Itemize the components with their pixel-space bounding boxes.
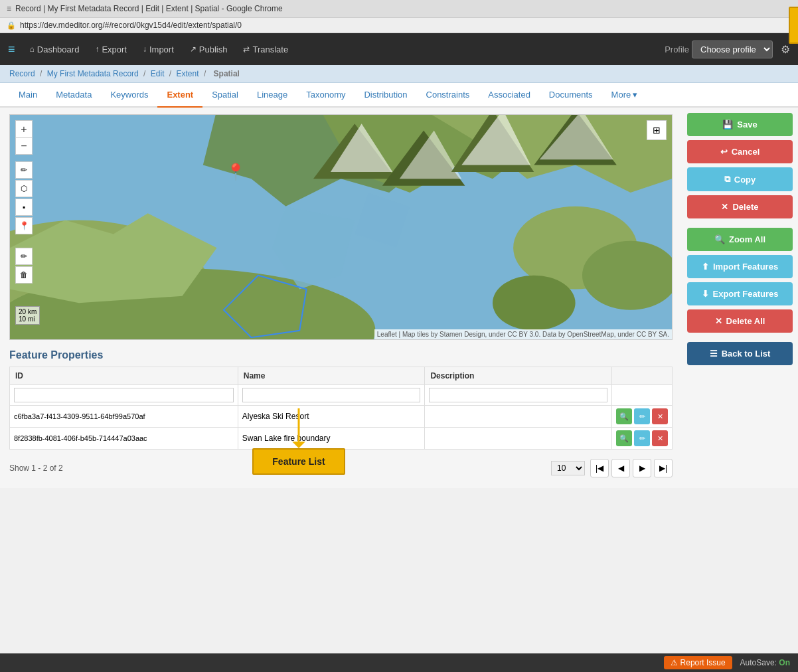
back-to-list-button[interactable]: ☰ Back to List — [687, 342, 793, 365]
warning-icon: ⚠ — [671, 658, 678, 667]
import-icon: ↓ — [143, 44, 147, 54]
cancel-button[interactable]: ↩ Cancel — [687, 140, 793, 163]
row2-id: 8f2838fb-4081-406f-b45b-714447a03aac — [10, 428, 238, 450]
feature-table: ID Name Description — [9, 367, 673, 450]
map-marker: 📍 — [226, 163, 246, 181]
right-panel: 💾 Save ↩ Cancel ⧉ Copy ✕ Delete 🔍 Zoom A… — [682, 108, 798, 488]
zoom-all-icon: 🔍 — [714, 234, 725, 244]
breadcrumb-extent[interactable]: Extent — [177, 69, 199, 78]
export-features-button[interactable]: ⬇ Export Features — [687, 282, 793, 305]
import-button[interactable]: ↓ Import — [136, 41, 181, 58]
settings-icon[interactable]: ⚙ — [781, 43, 790, 56]
row1-delete-button[interactable]: ✕ — [652, 408, 668, 424]
cancel-icon: ↩ — [720, 147, 728, 157]
import-features-icon: ⬆ — [702, 262, 709, 272]
filter-row — [10, 385, 673, 406]
draw-rect-button[interactable]: ▪ — [15, 199, 33, 216]
map-zoom-controls: + − — [15, 120, 33, 155]
save-icon: 💾 — [722, 120, 733, 129]
report-issue-button[interactable]: ⚠ Report Issue — [664, 656, 732, 669]
delete-all-icon: ✕ — [715, 316, 722, 326]
page-prev-button[interactable]: ◀ — [611, 459, 630, 477]
row1-id: c6fba3a7-f413-4309-9511-64bf99a570af — [10, 406, 238, 428]
annotation-feature-list: Feature List — [252, 448, 345, 475]
annotation-import-export: Import & Export Feature Buttons — [789, 7, 798, 44]
translate-icon: ⇄ — [243, 44, 250, 54]
save-button[interactable]: 💾 Save — [687, 113, 793, 136]
translate-button[interactable]: ⇄ Translate — [236, 41, 295, 58]
publish-button[interactable]: ↗ Publish — [183, 41, 234, 58]
list-icon: ☰ — [710, 349, 718, 359]
breadcrumb-edit[interactable]: Edit — [151, 69, 165, 78]
delete-all-button[interactable]: ✕ Delete All — [687, 309, 793, 333]
delete-button[interactable]: ✕ Delete — [687, 195, 793, 218]
map-scale: 20 km 10 mi — [15, 306, 40, 325]
map-container: + − ✏ ⬡ ▪ 📍 ✏ 🗑 ⊞ 📍 — [9, 114, 673, 340]
zoom-out-button[interactable]: − — [15, 137, 33, 155]
svg-point-17 — [493, 276, 576, 331]
tab-taxonomy[interactable]: Taxonomy — [297, 83, 355, 108]
browser-tab-title: Record | My First Metadata Record | Edit… — [15, 4, 283, 13]
import-features-button[interactable]: ⬆ Import Features — [687, 255, 793, 278]
svg-marker-24 — [292, 442, 305, 448]
row2-delete-button[interactable]: ✕ — [652, 430, 668, 446]
col-actions — [612, 367, 673, 385]
table-row: 8f2838fb-4081-406f-b45b-714447a03aac Swa… — [10, 428, 673, 450]
tab-nav: Main Metadata Keywords Extent Spatial Li… — [0, 83, 798, 108]
brand-icon: ≡ — [8, 42, 15, 56]
dashboard-button[interactable]: ⌂ Dashboard — [23, 41, 86, 58]
page-last-button[interactable]: ▶| — [654, 459, 673, 477]
tab-keywords[interactable]: Keywords — [101, 83, 157, 108]
map-draw-controls: ✏ ⬡ ▪ 📍 — [15, 161, 33, 234]
map-edit-controls: ✏ 🗑 — [15, 248, 33, 284]
zoom-in-button[interactable]: + — [15, 120, 33, 137]
tab-lineage[interactable]: Lineage — [248, 83, 297, 108]
address-bar[interactable]: https://dev.mdeditor.org/#/record/0kgv15… — [20, 21, 242, 30]
tab-main[interactable]: Main — [9, 83, 46, 108]
tab-extent[interactable]: Extent — [157, 83, 202, 108]
page-next-button[interactable]: ▶ — [633, 459, 651, 477]
draw-line-button[interactable]: ✏ — [15, 161, 33, 179]
navbar: ≡ ⌂ Dashboard ↑ Export ↓ Import ↗ Publis… — [0, 33, 798, 65]
row2-edit-button[interactable]: ✏ — [634, 430, 650, 446]
copy-button[interactable]: ⧉ Copy — [687, 167, 793, 191]
autosave-status: AutoSave: On — [740, 658, 790, 667]
tab-more[interactable]: More ▾ — [602, 83, 647, 108]
page-size-select[interactable]: 10 25 50 100 — [551, 461, 585, 475]
copy-icon: ⧉ — [724, 174, 730, 185]
row2-zoom-button[interactable]: 🔍 — [616, 430, 632, 446]
tab-distribution[interactable]: Distribution — [355, 83, 416, 108]
export-button[interactable]: ↑ Export — [88, 41, 133, 58]
page-first-button[interactable]: |◀ — [590, 459, 609, 477]
feature-properties-title: Feature Properties — [9, 349, 673, 361]
profile-select[interactable]: Choose profile — [692, 41, 773, 58]
tab-documents[interactable]: Documents — [540, 83, 602, 108]
publish-icon: ↗ — [190, 44, 197, 54]
tab-constraints[interactable]: Constraints — [417, 83, 479, 108]
delete-feature-button[interactable]: 🗑 — [15, 266, 33, 284]
row1-zoom-button[interactable]: 🔍 — [616, 408, 632, 424]
breadcrumb: Record / My First Metadata Record / Edit… — [0, 65, 798, 83]
zoom-all-button[interactable]: 🔍 Zoom All — [687, 228, 793, 251]
row1-name: Alyeska Ski Resort — [238, 406, 425, 428]
draw-point-button[interactable]: 📍 — [15, 217, 33, 234]
main-content: + − ✏ ⬡ ▪ 📍 ✏ 🗑 ⊞ 📍 — [0, 108, 798, 488]
map-svg — [10, 115, 672, 339]
tab-associated[interactable]: Associated — [479, 83, 540, 108]
map-layers-button[interactable]: ⊞ — [647, 120, 667, 140]
filter-name-input[interactable] — [242, 388, 421, 402]
draw-polygon-button[interactable]: ⬡ — [15, 180, 33, 197]
lock-icon: 🔒 — [7, 21, 16, 30]
autosave-on-status: On — [779, 658, 790, 667]
filter-description-input[interactable] — [429, 388, 607, 402]
col-name: Name — [238, 367, 425, 385]
row1-edit-button[interactable]: ✏ — [634, 408, 650, 424]
edit-feature-button[interactable]: ✏ — [15, 248, 33, 265]
breadcrumb-my-first[interactable]: My First Metadata Record — [47, 69, 139, 78]
tab-metadata[interactable]: Metadata — [46, 83, 101, 108]
profile-label: Profile — [665, 44, 689, 54]
tab-spatial[interactable]: Spatial — [202, 83, 248, 108]
row1-description — [425, 406, 612, 428]
breadcrumb-record[interactable]: Record — [9, 69, 35, 78]
filter-id-input[interactable] — [14, 388, 234, 402]
